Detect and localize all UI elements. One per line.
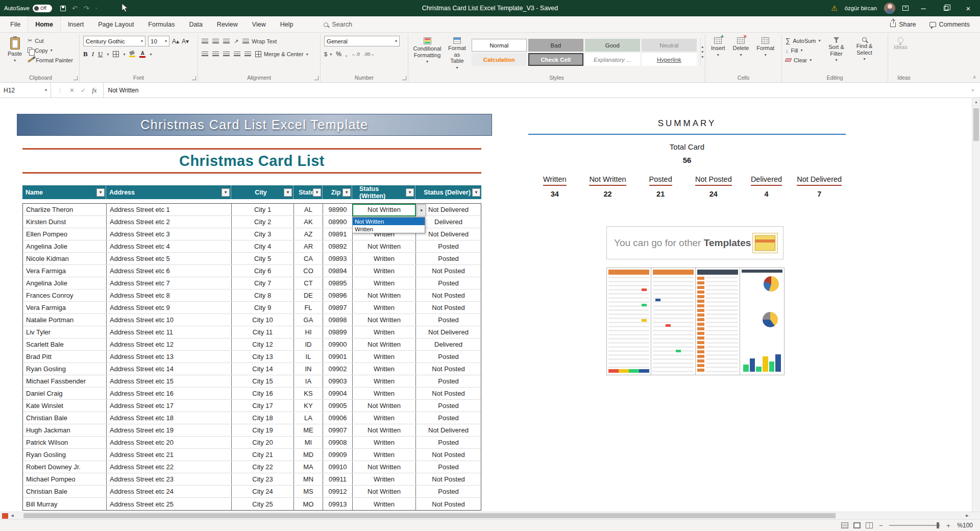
scroll-right-icon[interactable]: ▶ bbox=[963, 514, 971, 518]
cell-name[interactable]: Kate Winslet bbox=[23, 400, 107, 412]
cell-state[interactable]: AL bbox=[294, 204, 323, 215]
cell-state[interactable]: MI bbox=[294, 437, 323, 448]
cell-city[interactable]: City 15 bbox=[232, 375, 294, 387]
cell-zip[interactable]: 09896 bbox=[323, 289, 353, 301]
cell-deliver[interactable]: Posted bbox=[416, 412, 481, 424]
cell-state[interactable]: IL bbox=[294, 351, 323, 363]
format-as-table-button[interactable]: Format as Table ▾ bbox=[446, 36, 468, 71]
fill-button[interactable]: ↓Fill▾ bbox=[786, 45, 821, 55]
cell-style-bad[interactable]: Bad bbox=[528, 39, 583, 52]
cell-address[interactable]: Address Street etc 16 bbox=[107, 388, 232, 399]
align-right-icon[interactable] bbox=[223, 52, 230, 57]
cell-address[interactable]: Address Street etc 10 bbox=[107, 314, 232, 326]
font-color-icon[interactable]: A bbox=[139, 51, 145, 58]
stat-value[interactable]: 22 bbox=[581, 190, 634, 198]
redo-icon[interactable]: ↷ bbox=[84, 5, 89, 12]
vertical-scroll-thumb[interactable] bbox=[973, 108, 979, 141]
merge-center-button[interactable]: Merge & Center▾ bbox=[255, 50, 308, 59]
cell-name[interactable]: Michael Pompeo bbox=[23, 473, 107, 485]
cell-state[interactable]: AR bbox=[294, 240, 323, 252]
cell-written[interactable]: Not Written bbox=[353, 486, 416, 497]
stat-value[interactable]: 7 bbox=[793, 190, 846, 198]
page-break-view-icon[interactable] bbox=[866, 522, 873, 528]
horizontal-scroll-track[interactable] bbox=[16, 512, 963, 519]
cell-style-check-cell[interactable]: Check Cell bbox=[528, 53, 583, 66]
decrease-font-size-icon[interactable]: A▾ bbox=[182, 38, 189, 45]
cell-state[interactable]: HI bbox=[294, 326, 323, 338]
column-header-state[interactable]: State▾ bbox=[293, 185, 323, 199]
cell-written[interactable]: Not Written bbox=[353, 400, 416, 412]
cell-address[interactable]: Address Street etc 25 bbox=[107, 498, 232, 510]
cell-zip[interactable]: 09893 bbox=[323, 253, 353, 264]
cell-deliver[interactable]: Not Posted bbox=[416, 388, 481, 399]
copy-button[interactable]: Copy▾ bbox=[28, 45, 73, 55]
increase-indent-icon[interactable] bbox=[244, 52, 251, 57]
cell-zip[interactable]: 09911 bbox=[323, 473, 353, 485]
cell-deliver[interactable]: Not Posted bbox=[416, 289, 481, 301]
cell-name[interactable]: Natalie Portman bbox=[23, 314, 107, 326]
cell-style-normal[interactable]: Normal bbox=[472, 39, 527, 52]
cell-zip[interactable]: 09906 bbox=[323, 412, 353, 424]
cell-written[interactable]: Not Written bbox=[353, 289, 416, 301]
column-header-status-deliver[interactable]: Status (Deliver)▾ bbox=[415, 185, 481, 199]
tab-formulas[interactable]: Formulas bbox=[141, 17, 182, 32]
cell-name[interactable]: Daniel Craig bbox=[23, 388, 107, 399]
column-header-city[interactable]: City▾ bbox=[231, 185, 293, 199]
alert-icon[interactable]: ⚠ bbox=[831, 4, 838, 12]
customize-qat-icon[interactable]: ▾ bbox=[95, 6, 97, 11]
cell-written[interactable]: Written bbox=[353, 375, 416, 387]
delete-cells-button[interactable]: Delete ▾ bbox=[731, 36, 751, 59]
cell-written[interactable]: Written bbox=[353, 265, 416, 277]
ideas-button[interactable]: Ideas bbox=[892, 36, 910, 52]
align-top-icon[interactable] bbox=[202, 39, 208, 44]
cell-state[interactable]: IA bbox=[294, 375, 323, 387]
cell-name[interactable]: Christian Bale bbox=[23, 412, 107, 424]
cell-zip[interactable]: 09912 bbox=[323, 486, 353, 497]
zoom-slider[interactable] bbox=[889, 525, 940, 526]
insert-cells-button[interactable]: Insert ▾ bbox=[709, 36, 727, 59]
cell-name[interactable]: Frances Conroy bbox=[23, 289, 107, 301]
zoom-out-icon[interactable]: − bbox=[878, 522, 884, 529]
cell-deliver[interactable]: Posted bbox=[416, 253, 481, 264]
template-thumbnail-3[interactable] bbox=[695, 268, 740, 375]
horizontal-scrollbar[interactable]: ◀ ▶ bbox=[0, 512, 980, 519]
cell-deliver[interactable]: Not Posted bbox=[416, 473, 481, 485]
cell-deliver[interactable]: Posted bbox=[416, 314, 481, 326]
cell-zip[interactable]: 09898 bbox=[323, 314, 353, 326]
cell-address[interactable]: Address Street etc 1 bbox=[107, 204, 232, 215]
increase-decimal-icon[interactable]: ←.0 bbox=[351, 52, 360, 57]
cell-name[interactable]: Scarlett Bale bbox=[23, 339, 107, 350]
align-center-icon[interactable] bbox=[212, 52, 219, 57]
stat-value[interactable]: 34 bbox=[528, 190, 581, 198]
decrease-decimal-icon[interactable]: .00→ bbox=[364, 52, 375, 57]
conditional-formatting-button[interactable]: Conditional Formatting ▾ bbox=[412, 36, 443, 65]
cell-written[interactable]: Written bbox=[353, 363, 416, 375]
wrap-text-button[interactable]: Wrap Text bbox=[242, 37, 277, 46]
cell-city[interactable]: City 18 bbox=[232, 412, 294, 424]
cell-name[interactable]: Charlize Theron bbox=[23, 204, 107, 215]
cell-written[interactable]: Written bbox=[353, 412, 416, 424]
align-bottom-icon[interactable] bbox=[223, 39, 230, 44]
decrease-indent-icon[interactable] bbox=[234, 52, 240, 57]
cell-state[interactable]: GA bbox=[294, 314, 323, 326]
column-header-zip[interactable]: Zip▾ bbox=[323, 185, 352, 199]
borders-icon[interactable] bbox=[113, 51, 119, 57]
cell-city[interactable]: City 12 bbox=[232, 339, 294, 350]
tab-file[interactable]: File bbox=[3, 17, 28, 32]
cell-zip[interactable]: 09901 bbox=[323, 351, 353, 363]
cell-city[interactable]: City 16 bbox=[232, 388, 294, 399]
cell-name[interactable]: Brad Pitt bbox=[23, 351, 107, 363]
filter-button[interactable]: ▾ bbox=[96, 188, 105, 197]
cell-city[interactable]: City 9 bbox=[232, 302, 294, 313]
orientation-icon[interactable]: ↗ bbox=[234, 38, 238, 45]
cell-name[interactable]: Angelina Jolie bbox=[23, 277, 107, 289]
cell-deliver[interactable]: Posted bbox=[416, 277, 481, 289]
cell-city[interactable]: City 7 bbox=[232, 277, 294, 289]
sheet-tab-indicator[interactable] bbox=[2, 513, 8, 519]
cell-zip[interactable]: 09910 bbox=[323, 461, 353, 473]
cell-deliver[interactable]: Not Delivered bbox=[416, 326, 481, 338]
number-dialog-launcher[interactable] bbox=[402, 76, 406, 80]
cell-zip[interactable]: 09905 bbox=[323, 400, 353, 412]
bold-button[interactable]: B bbox=[83, 50, 88, 58]
zoom-in-icon[interactable]: + bbox=[945, 522, 951, 529]
